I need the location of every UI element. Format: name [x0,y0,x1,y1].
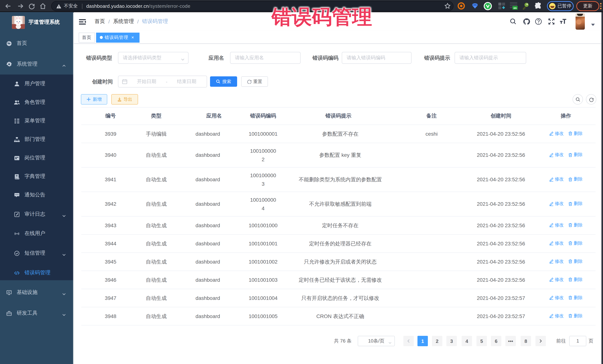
svg-text:on: on [513,7,517,10]
